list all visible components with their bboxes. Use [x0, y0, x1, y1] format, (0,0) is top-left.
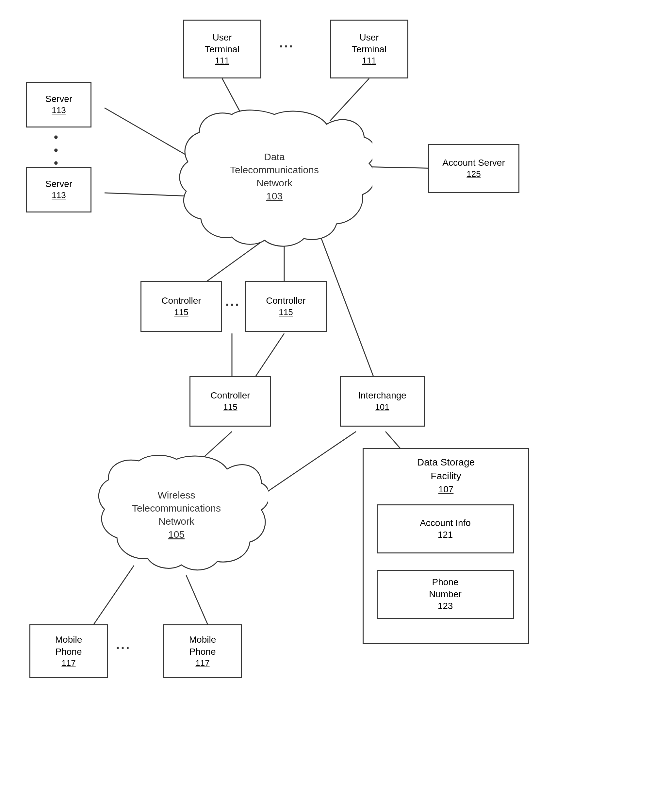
svg-text:103: 103 — [266, 191, 283, 201]
server-1-label: Server — [45, 93, 72, 105]
svg-text:105: 105 — [168, 529, 185, 540]
svg-text:Data: Data — [264, 151, 285, 162]
mobile-phone-2: MobilePhone 117 — [163, 624, 242, 678]
controller-2-label: Controller — [266, 295, 305, 307]
user-terminal-2-label: UserTerminal — [352, 32, 387, 56]
data-storage-title: Data StorageFacility 107 — [364, 455, 528, 496]
server-1: Server 113 — [26, 82, 92, 128]
mobile-phone-1-ref: 117 — [61, 658, 75, 669]
data-network-cloud: Data Telecommunications Network 103 — [176, 108, 373, 252]
svg-text:Telecommunications: Telecommunications — [132, 503, 221, 513]
user-terminal-2: UserTerminal 111 — [330, 20, 408, 78]
controller-3: Controller 115 — [189, 376, 271, 426]
server-2-ref: 113 — [52, 190, 66, 201]
server-1-ref: 113 — [52, 105, 66, 116]
interchange-label: Interchange — [358, 390, 406, 401]
phone-number-ref: 123 — [438, 600, 453, 612]
svg-text:Network: Network — [158, 516, 195, 527]
account-server-ref: 125 — [467, 169, 480, 180]
svg-text:Network: Network — [256, 177, 293, 188]
account-info: Account Info 121 — [376, 504, 514, 553]
controller-2-ref: 115 — [279, 307, 293, 318]
dots-servers: ••• — [54, 131, 58, 170]
svg-line-9 — [252, 333, 284, 382]
svg-line-11 — [255, 432, 356, 500]
controller-1-ref: 115 — [174, 307, 188, 318]
dots-terminals: ··· — [279, 39, 294, 54]
user-terminal-1: UserTerminal 111 — [183, 20, 261, 78]
svg-text:Wireless: Wireless — [157, 490, 195, 500]
phone-number: PhoneNumber 123 — [376, 570, 514, 619]
dots-phones: ··· — [116, 641, 131, 655]
controller-1-label: Controller — [162, 295, 201, 307]
user-terminal-2-ref: 111 — [362, 55, 376, 67]
controller-1: Controller 115 — [140, 281, 222, 332]
svg-line-4 — [363, 167, 438, 168]
mobile-phone-1-label: MobilePhone — [55, 634, 82, 658]
user-terminal-1-ref: 111 — [215, 55, 229, 67]
dots-controllers: ··· — [225, 297, 240, 312]
account-info-ref: 121 — [438, 529, 453, 541]
phone-number-label: PhoneNumber — [429, 576, 462, 600]
interchange: Interchange 101 — [340, 376, 425, 426]
mobile-phone-1: MobilePhone 117 — [29, 624, 108, 678]
controller-2: Controller 115 — [245, 281, 327, 332]
mobile-phone-2-ref: 117 — [195, 658, 209, 669]
controller-3-label: Controller — [210, 390, 250, 401]
account-server: Account Server 125 — [428, 144, 519, 193]
controller-3-ref: 115 — [223, 402, 237, 413]
account-info-label: Account Info — [420, 517, 471, 529]
server-2-label: Server — [45, 178, 72, 190]
server-2: Server 113 — [26, 167, 92, 213]
svg-text:Telecommunications: Telecommunications — [230, 164, 319, 175]
user-terminal-1-label: UserTerminal — [205, 32, 240, 56]
data-storage-facility: Data StorageFacility 107 Account Info 12… — [363, 448, 529, 644]
account-server-label: Account Server — [442, 157, 505, 169]
interchange-ref: 101 — [375, 402, 389, 413]
mobile-phone-2-label: MobilePhone — [189, 634, 216, 658]
wireless-network-cloud: Wireless Telecommunications Network 105 — [85, 451, 268, 589]
svg-line-7 — [320, 235, 376, 382]
